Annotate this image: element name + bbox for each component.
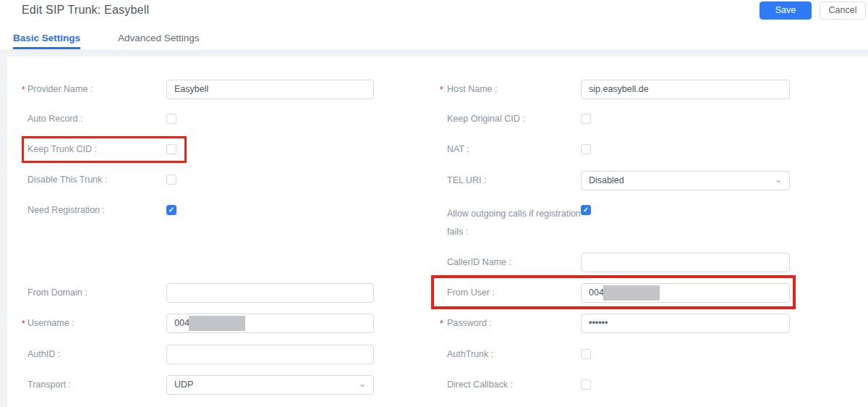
allow-outgoing-calls-if-registration-fails-label-text: Allow outgoing calls if registration fai…: [447, 209, 581, 237]
transport-label-text: Transport :: [27, 379, 71, 390]
chevron-down-icon: ⌄: [775, 175, 782, 185]
direct-callback-label: Direct Callback :: [440, 376, 581, 394]
provider-name-label-text: Provider Name :: [27, 84, 93, 94]
required-asterisk: *: [22, 315, 25, 333]
password-label-text: Password :: [447, 318, 492, 328]
host-name-input-wrap: [581, 80, 790, 99]
nat-label: NAT :: [440, 140, 581, 159]
from-user-label: From User :: [440, 284, 581, 302]
direct-callback-label-text: Direct Callback :: [447, 379, 513, 390]
form-row-need-registration: Need Registration :✓: [22, 200, 176, 220]
tel-uri-label: TEL URI :: [440, 172, 581, 190]
form-row-keep-original-cid: Keep Original CID :: [440, 109, 591, 129]
tel-uri-select[interactable]: Disabled⌄: [581, 171, 790, 190]
form-row-nat: NAT :: [440, 139, 591, 159]
from-user-label-text: From User :: [447, 288, 495, 298]
nat-checkbox[interactable]: [581, 144, 591, 154]
authtrunk-label-text: AuthTrunk :: [447, 349, 493, 359]
checkmark-icon: ✓: [582, 206, 590, 214]
from-user-input-wrap: [581, 283, 790, 303]
keep-trunk-cid-label-text: Keep Trunk CID :: [27, 144, 97, 154]
form-row-provider-name: *Provider Name :: [22, 79, 374, 99]
form-row-callerid-name: CallerID Name :: [440, 252, 790, 272]
authid-label: AuthID :: [22, 345, 166, 364]
password-input[interactable]: [581, 314, 790, 333]
auto-record-label-text: Auto Record :: [27, 114, 82, 124]
transport-label: Transport :: [22, 376, 166, 394]
authtrunk-label: AuthTrunk :: [440, 345, 581, 364]
keep-trunk-cid-checkbox[interactable]: [166, 144, 176, 154]
from-domain-label: From Domain :: [22, 284, 166, 302]
need-registration-label: Need Registration :: [22, 201, 166, 219]
disable-this-trunk-label: Disable This Trunk :: [22, 171, 166, 189]
form-row-authid: AuthID :: [22, 344, 374, 364]
form-row-password: *Password :: [440, 313, 790, 333]
provider-name-label: *Provider Name :: [22, 80, 166, 98]
auto-record-label: Auto Record :: [22, 110, 166, 128]
disable-this-trunk-label-text: Disable This Trunk :: [27, 175, 107, 185]
username-redaction-overlay: [189, 316, 245, 331]
form-layer: *Provider Name :Auto Record :Keep Trunk …: [0, 0, 868, 407]
form-row-auto-record: Auto Record :: [22, 109, 176, 129]
password-label: *Password :: [440, 314, 581, 332]
required-asterisk: *: [440, 81, 443, 99]
keep-original-cid-label-text: Keep Original CID :: [447, 114, 525, 124]
authid-label-text: AuthID :: [27, 349, 60, 359]
auto-record-checkbox[interactable]: [166, 114, 176, 124]
username-input-wrap: [166, 314, 374, 333]
checkmark-icon: ✓: [167, 206, 176, 214]
allow-outgoing-calls-if-registration-fails-label: Allow outgoing calls if registration fai…: [440, 205, 581, 241]
callerid-name-label-text: CallerID Name :: [447, 257, 511, 267]
required-asterisk: *: [22, 81, 25, 99]
from-user-redaction-overlay: [603, 285, 660, 301]
callerid-name-label: CallerID Name :: [440, 253, 581, 272]
need-registration-checkbox[interactable]: ✓: [166, 205, 176, 215]
keep-trunk-cid-label: Keep Trunk CID :: [22, 140, 166, 159]
allow-outgoing-calls-if-registration-fails-checkbox[interactable]: ✓: [581, 205, 591, 215]
transport-select[interactable]: UDP⌄: [166, 375, 374, 395]
need-registration-label-text: Need Registration :: [27, 205, 105, 215]
callerid-name-input[interactable]: [581, 253, 790, 272]
form-row-from-user: From User :: [440, 282, 790, 303]
form-row-from-domain: From Domain :: [22, 282, 374, 303]
form-row-keep-trunk-cid: Keep Trunk CID :: [22, 139, 176, 159]
form-row-direct-callback: Direct Callback :: [440, 374, 591, 395]
callerid-name-input-wrap: [581, 253, 790, 272]
disable-this-trunk-checkbox[interactable]: [166, 175, 176, 185]
form-row-allow-outgoing-calls-if-registration-fails: Allow outgoing calls if registration fai…: [440, 205, 591, 241]
host-name-label-text: Host Name :: [447, 84, 497, 94]
from-domain-label-text: From Domain :: [27, 288, 88, 298]
form-row-tel-uri: TEL URI :Disabled⌄: [440, 170, 790, 190]
provider-name-input-wrap: [166, 80, 374, 99]
authid-input-wrap: [166, 345, 374, 364]
transport-select-value: UDP: [174, 379, 193, 390]
from-domain-input-wrap: [166, 283, 374, 303]
chevron-down-icon: ⌄: [359, 379, 366, 389]
direct-callback-checkbox[interactable]: [581, 379, 591, 390]
username-label: *Username :: [22, 314, 166, 332]
form-row-transport: Transport :UDP⌄: [22, 374, 374, 395]
authtrunk-checkbox[interactable]: [581, 349, 591, 359]
from-domain-input[interactable]: [166, 283, 374, 303]
form-row-authtrunk: AuthTrunk :: [440, 344, 591, 364]
form-row-host-name: *Host Name :: [440, 79, 790, 99]
form-row-username: *Username :: [22, 313, 374, 333]
keep-original-cid-label: Keep Original CID :: [440, 110, 581, 128]
tel-uri-label-text: TEL URI :: [447, 175, 486, 185]
tel-uri-select-value: Disabled: [589, 175, 624, 185]
authid-input[interactable]: [166, 345, 374, 364]
required-asterisk: *: [440, 315, 443, 333]
provider-name-input[interactable]: [166, 80, 374, 99]
nat-label-text: NAT :: [447, 144, 469, 154]
password-input-wrap: [581, 314, 790, 333]
form-row-disable-this-trunk: Disable This Trunk :: [22, 169, 176, 190]
keep-original-cid-checkbox[interactable]: [581, 114, 591, 124]
host-name-input[interactable]: [581, 80, 790, 99]
host-name-label: *Host Name :: [440, 80, 581, 98]
username-label-text: Username :: [27, 318, 75, 328]
